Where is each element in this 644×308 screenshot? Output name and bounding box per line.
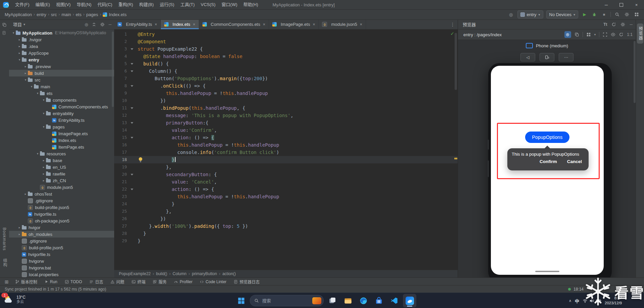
code-line[interactable]: 23 this.handlePopup = !this.handlePopup xyxy=(114,193,458,200)
tree-item-oh-package-json5[interactable]: {}oh-package.json5 xyxy=(9,217,114,224)
code-line[interactable]: 7 Button('PopupOptions').margin({top:200… xyxy=(114,75,458,82)
tree-item-commoncomponents-ets[interactable]: CommonComponents.ets xyxy=(9,103,114,110)
code-line[interactable]: 26 }) xyxy=(114,215,458,222)
weather-widget[interactable]: 1 13°C 多云 xyxy=(3,295,26,304)
chevron-down-icon[interactable]: ▾ xyxy=(11,31,16,35)
taskbar-clock[interactable]: 8:47 2023/12/9 xyxy=(605,296,622,306)
tree-item--gitignore[interactable]: .gitignore xyxy=(9,197,114,204)
code-line[interactable]: 17 console.info('confirm Button click') xyxy=(114,149,458,156)
editor-breadcrumb-item[interactable]: primaryButton xyxy=(192,271,217,276)
menubar-item-1[interactable]: 编辑(E) xyxy=(33,2,53,7)
code-line[interactable]: 4 @State handlePopup: boolean = false xyxy=(114,53,458,60)
start-button[interactable] xyxy=(234,294,248,307)
orientation-toggle-button[interactable] xyxy=(540,53,554,61)
breadcrumb-item[interactable]: ets xyxy=(76,12,81,17)
code-line[interactable]: 29} xyxy=(114,237,458,245)
tree-item-local-properties[interactable]: local.properties xyxy=(9,271,114,277)
code-line[interactable]: 3struct PopupExample22 { xyxy=(114,45,458,53)
locate-file-icon[interactable]: ◎ xyxy=(85,22,88,27)
search-daily-image[interactable] xyxy=(312,297,321,304)
tree-item--idea[interactable]: ▸.idea xyxy=(9,43,114,50)
code-line[interactable]: 14 value:'Confirm', xyxy=(114,126,458,134)
tree-item-appscope[interactable]: ▸AppScope xyxy=(9,50,114,56)
tree-item--hvigor[interactable]: ▸.hvigor xyxy=(9,36,114,43)
tab-commoncomponents-ets[interactable]: CommonComponents.ets× xyxy=(199,19,269,29)
panel-settings-gear-icon[interactable] xyxy=(100,22,105,27)
tree-item-entryability-ts[interactable]: tsEntryAbility.ts xyxy=(9,117,114,123)
tree-item-zh-cn[interactable]: ▸zh_CN xyxy=(9,177,114,184)
chevron-right-icon[interactable]: ▸ xyxy=(23,65,28,68)
tab-entryability-ts[interactable]: tsEntryAbility.ts× xyxy=(114,19,161,29)
chevron-right-icon[interactable]: ▸ xyxy=(41,159,46,162)
tree-item-rawfile[interactable]: ▸rawfile xyxy=(9,170,114,177)
close-icon[interactable]: × xyxy=(155,22,157,27)
code-line[interactable]: 13 primaryButton:{ xyxy=(114,119,458,126)
collapse-all-icon[interactable] xyxy=(92,22,96,27)
reload-icon[interactable] xyxy=(619,32,624,37)
tab-module-json5[interactable]: {}module.json5× xyxy=(319,19,366,29)
chevron-down-icon[interactable]: ▾ xyxy=(35,152,40,155)
close-button[interactable]: × xyxy=(629,0,644,9)
more-tabs-icon[interactable]: ⋮ xyxy=(450,19,455,29)
stop-button[interactable]: ■ xyxy=(601,11,607,18)
close-icon[interactable]: × xyxy=(360,22,362,27)
tool-button--[interactable]: 终端 xyxy=(128,278,149,286)
inspections-ok-icon[interactable]: ✓ xyxy=(450,31,454,36)
preview-eye-icon[interactable] xyxy=(611,32,615,37)
debug-button[interactable] xyxy=(591,11,598,18)
menubar-item-2[interactable]: 视图(V) xyxy=(53,2,74,7)
tree-item-hvigorfile-ts[interactable]: tshvigorfile.ts xyxy=(9,211,114,217)
more-options-button[interactable]: ⋯ xyxy=(559,53,573,61)
tree-item-index-ets[interactable]: Index.ets xyxy=(9,137,114,144)
code-line[interactable]: 11 .bindPopup(this.handlePopup, { xyxy=(114,104,458,112)
tool-button-profiler[interactable]: Profiler xyxy=(170,278,196,286)
tree-item-oh-modules[interactable]: ▸oh_modules xyxy=(9,231,114,238)
editor-breadcrumb-item[interactable]: build() xyxy=(156,271,167,276)
zoom-ratio-label[interactable]: 1:1 xyxy=(627,32,633,37)
run-button[interactable]: ▶ xyxy=(581,11,588,18)
menubar-item-4[interactable]: 代码(C) xyxy=(94,2,115,7)
chevron-down-icon[interactable]: ▾ xyxy=(17,58,22,61)
fold-marker-icon[interactable] xyxy=(128,134,136,141)
tree-item-module-json5[interactable]: {}module.json5 xyxy=(9,184,114,191)
hide-panel-icon[interactable]: ─ xyxy=(108,22,111,27)
search-input[interactable] xyxy=(262,298,296,304)
tool-button--[interactable]: 预览器日志 xyxy=(230,278,263,286)
taskbar-app-edge[interactable] xyxy=(357,294,370,307)
fold-marker-icon[interactable] xyxy=(128,82,136,90)
breadcrumb-item[interactable]: MyApplication xyxy=(5,12,32,17)
tree-item-en-us[interactable]: ▸en_US xyxy=(9,164,114,170)
chevron-right-icon[interactable]: ▸ xyxy=(23,192,28,196)
code-editor[interactable]: 1@Entry2@Component3struct PopupExample22… xyxy=(114,29,458,270)
tool-button--[interactable]: 日志 xyxy=(86,278,107,286)
tree-item-build-profile-json5[interactable]: {}build-profile.json5 xyxy=(9,244,114,251)
tool-button-code-linter[interactable]: Code Linter xyxy=(196,278,230,286)
module-selector[interactable]: entry ▾ xyxy=(517,10,543,18)
tree-item-hvigorw-bat[interactable]: hvigorw.bat xyxy=(9,264,114,271)
chevron-down-icon[interactable]: ▾ xyxy=(29,85,34,88)
chevron-down-icon[interactable]: ▾ xyxy=(35,92,40,95)
tree-item-build[interactable]: ▸build xyxy=(9,70,114,76)
close-icon[interactable]: × xyxy=(313,22,315,27)
tray-status-icons[interactable] xyxy=(583,298,601,303)
hide-previewer-icon[interactable]: ─ xyxy=(630,22,633,27)
code-line[interactable]: 28 } xyxy=(114,230,458,237)
intention-bulb-icon[interactable] xyxy=(138,157,143,163)
code-line[interactable]: 15 action: () => { xyxy=(114,134,458,141)
code-line[interactable]: 12 message: 'This is a popup with PopupO… xyxy=(114,112,458,119)
tool-button--[interactable]: 问题 xyxy=(107,278,128,286)
previewer-settings-gear-icon[interactable] xyxy=(620,22,625,27)
project-panel-title[interactable]: 项目 xyxy=(13,21,22,28)
tree-item-src[interactable]: ▾src xyxy=(9,76,114,83)
project-toolwindow-icon[interactable] xyxy=(2,22,7,28)
tree-item-myapplication[interactable]: ▾MyApplicationE:\HarmonyOS\MyApplicatio xyxy=(9,30,114,36)
tree-item-ohostest[interactable]: ▸ohosTest xyxy=(9,191,114,197)
taskbar-app-vscode[interactable] xyxy=(387,294,401,307)
chevron-right-icon[interactable]: ▸ xyxy=(17,233,22,236)
chevron-right-icon[interactable]: ▸ xyxy=(41,172,46,175)
tree-item-imagepage-ets[interactable]: ImagePage.ets xyxy=(9,130,114,137)
tree-item-entry[interactable]: ▾entry xyxy=(9,56,114,63)
bookmarks-stripe-button[interactable]: Bookmarks xyxy=(2,227,7,251)
tree-item-hvigor[interactable]: ▸hvigor xyxy=(9,224,114,231)
device-selector[interactable]: No Devices ▾ xyxy=(546,10,579,18)
